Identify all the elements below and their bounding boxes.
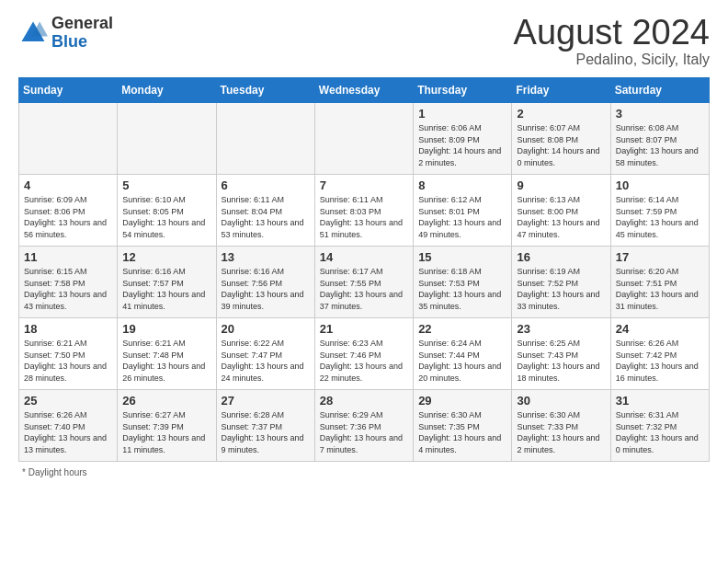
day-info: Sunrise: 6:10 AM Sunset: 8:05 PM Dayligh… bbox=[122, 194, 210, 240]
day-info: Sunrise: 6:23 AM Sunset: 7:46 PM Dayligh… bbox=[320, 338, 408, 384]
day-info: Sunrise: 6:21 AM Sunset: 7:50 PM Dayligh… bbox=[24, 338, 112, 384]
day-info: Sunrise: 6:24 AM Sunset: 7:44 PM Dayligh… bbox=[418, 338, 506, 384]
calendar-cell: 12Sunrise: 6:16 AM Sunset: 7:57 PM Dayli… bbox=[118, 247, 216, 318]
day-number: 25 bbox=[24, 394, 112, 408]
location: Pedalino, Sicily, Italy bbox=[514, 52, 710, 68]
calendar-week-row: 1Sunrise: 6:06 AM Sunset: 8:09 PM Daylig… bbox=[19, 103, 710, 175]
day-number: 30 bbox=[517, 394, 605, 408]
calendar-cell: 15Sunrise: 6:18 AM Sunset: 7:53 PM Dayli… bbox=[414, 247, 512, 318]
day-info: Sunrise: 6:11 AM Sunset: 8:03 PM Dayligh… bbox=[320, 194, 408, 240]
day-number: 4 bbox=[24, 178, 112, 192]
day-info: Sunrise: 6:19 AM Sunset: 7:52 PM Dayligh… bbox=[517, 266, 605, 312]
calendar-cell bbox=[19, 103, 118, 175]
calendar-day-header: Wednesday bbox=[314, 78, 413, 103]
day-info: Sunrise: 6:21 AM Sunset: 7:48 PM Dayligh… bbox=[122, 338, 210, 384]
day-info: Sunrise: 6:06 AM Sunset: 8:09 PM Dayligh… bbox=[418, 122, 506, 168]
calendar-week-row: 11Sunrise: 6:15 AM Sunset: 7:58 PM Dayli… bbox=[19, 247, 710, 318]
calendar-day-header: Sunday bbox=[19, 78, 118, 103]
logo-general: General bbox=[51, 15, 113, 33]
calendar-cell: 28Sunrise: 6:29 AM Sunset: 7:36 PM Dayli… bbox=[314, 390, 413, 462]
day-number: 1 bbox=[418, 107, 506, 121]
day-number: 3 bbox=[616, 107, 704, 121]
footer-note: * Daylight hours bbox=[18, 467, 710, 477]
day-info: Sunrise: 6:14 AM Sunset: 7:59 PM Dayligh… bbox=[616, 194, 704, 240]
calendar-cell bbox=[118, 103, 216, 175]
day-number: 23 bbox=[517, 322, 605, 336]
calendar-cell: 18Sunrise: 6:21 AM Sunset: 7:50 PM Dayli… bbox=[19, 318, 118, 390]
calendar-header: SundayMondayTuesdayWednesdayThursdayFrid… bbox=[19, 78, 710, 103]
day-info: Sunrise: 6:25 AM Sunset: 7:43 PM Dayligh… bbox=[517, 338, 605, 384]
calendar-day-header: Thursday bbox=[414, 78, 512, 103]
calendar-day-header: Tuesday bbox=[216, 78, 314, 103]
day-number: 8 bbox=[418, 178, 506, 192]
calendar-table: SundayMondayTuesdayWednesdayThursdayFrid… bbox=[18, 77, 710, 462]
day-number: 31 bbox=[616, 394, 704, 408]
day-number: 19 bbox=[122, 322, 210, 336]
calendar-cell: 14Sunrise: 6:17 AM Sunset: 7:55 PM Dayli… bbox=[314, 247, 413, 318]
footer-text: Daylight hours bbox=[28, 467, 87, 477]
day-number: 11 bbox=[24, 250, 112, 264]
day-info: Sunrise: 6:15 AM Sunset: 7:58 PM Dayligh… bbox=[24, 266, 112, 312]
day-info: Sunrise: 6:08 AM Sunset: 8:07 PM Dayligh… bbox=[616, 122, 704, 168]
calendar-cell: 30Sunrise: 6:30 AM Sunset: 7:33 PM Dayli… bbox=[512, 390, 610, 462]
calendar-cell: 23Sunrise: 6:25 AM Sunset: 7:43 PM Dayli… bbox=[512, 318, 610, 390]
calendar-cell: 4Sunrise: 6:09 AM Sunset: 8:06 PM Daylig… bbox=[19, 175, 118, 247]
day-number: 27 bbox=[222, 394, 310, 408]
day-number: 7 bbox=[320, 178, 408, 192]
day-info: Sunrise: 6:07 AM Sunset: 8:08 PM Dayligh… bbox=[517, 122, 605, 168]
day-info: Sunrise: 6:29 AM Sunset: 7:36 PM Dayligh… bbox=[320, 409, 408, 455]
calendar-cell: 5Sunrise: 6:10 AM Sunset: 8:05 PM Daylig… bbox=[118, 175, 216, 247]
header: General Blue August 2024 Pedalino, Sicil… bbox=[18, 15, 710, 68]
day-info: Sunrise: 6:27 AM Sunset: 7:39 PM Dayligh… bbox=[122, 409, 210, 455]
calendar-cell: 25Sunrise: 6:26 AM Sunset: 7:40 PM Dayli… bbox=[19, 390, 118, 462]
logo-icon bbox=[18, 18, 48, 48]
day-info: Sunrise: 6:11 AM Sunset: 8:04 PM Dayligh… bbox=[222, 194, 310, 240]
calendar-week-row: 25Sunrise: 6:26 AM Sunset: 7:40 PM Dayli… bbox=[19, 390, 710, 462]
day-number: 6 bbox=[222, 178, 310, 192]
calendar-cell: 20Sunrise: 6:22 AM Sunset: 7:47 PM Dayli… bbox=[216, 318, 314, 390]
calendar-day-header: Saturday bbox=[610, 78, 709, 103]
calendar-day-header: Monday bbox=[118, 78, 216, 103]
calendar-cell: 17Sunrise: 6:20 AM Sunset: 7:51 PM Dayli… bbox=[610, 247, 709, 318]
day-number: 9 bbox=[517, 178, 605, 192]
day-info: Sunrise: 6:20 AM Sunset: 7:51 PM Dayligh… bbox=[616, 266, 704, 312]
calendar-week-row: 4Sunrise: 6:09 AM Sunset: 8:06 PM Daylig… bbox=[19, 175, 710, 247]
day-number: 2 bbox=[517, 107, 605, 121]
day-number: 12 bbox=[122, 250, 210, 264]
day-number: 24 bbox=[616, 322, 704, 336]
day-number: 18 bbox=[24, 322, 112, 336]
day-info: Sunrise: 6:16 AM Sunset: 7:56 PM Dayligh… bbox=[222, 266, 310, 312]
calendar-cell: 2Sunrise: 6:07 AM Sunset: 8:08 PM Daylig… bbox=[512, 103, 610, 175]
calendar-cell: 19Sunrise: 6:21 AM Sunset: 7:48 PM Dayli… bbox=[118, 318, 216, 390]
day-info: Sunrise: 6:12 AM Sunset: 8:01 PM Dayligh… bbox=[418, 194, 506, 240]
calendar-cell: 21Sunrise: 6:23 AM Sunset: 7:46 PM Dayli… bbox=[314, 318, 413, 390]
day-number: 26 bbox=[122, 394, 210, 408]
calendar-cell: 16Sunrise: 6:19 AM Sunset: 7:52 PM Dayli… bbox=[512, 247, 610, 318]
calendar-cell: 11Sunrise: 6:15 AM Sunset: 7:58 PM Dayli… bbox=[19, 247, 118, 318]
day-info: Sunrise: 6:16 AM Sunset: 7:57 PM Dayligh… bbox=[122, 266, 210, 312]
day-number: 16 bbox=[517, 250, 605, 264]
calendar-week-row: 18Sunrise: 6:21 AM Sunset: 7:50 PM Dayli… bbox=[19, 318, 710, 390]
day-number: 10 bbox=[616, 178, 704, 192]
calendar-body: 1Sunrise: 6:06 AM Sunset: 8:09 PM Daylig… bbox=[19, 103, 710, 462]
calendar-cell: 10Sunrise: 6:14 AM Sunset: 7:59 PM Dayli… bbox=[610, 175, 709, 247]
day-info: Sunrise: 6:09 AM Sunset: 8:06 PM Dayligh… bbox=[24, 194, 112, 240]
calendar-cell: 13Sunrise: 6:16 AM Sunset: 7:56 PM Dayli… bbox=[216, 247, 314, 318]
day-info: Sunrise: 6:31 AM Sunset: 7:32 PM Dayligh… bbox=[616, 409, 704, 455]
calendar-cell: 6Sunrise: 6:11 AM Sunset: 8:04 PM Daylig… bbox=[216, 175, 314, 247]
title-block: August 2024 Pedalino, Sicily, Italy bbox=[514, 15, 710, 68]
calendar-cell: 29Sunrise: 6:30 AM Sunset: 7:35 PM Dayli… bbox=[414, 390, 512, 462]
calendar-cell: 27Sunrise: 6:28 AM Sunset: 7:37 PM Dayli… bbox=[216, 390, 314, 462]
day-number: 21 bbox=[320, 322, 408, 336]
calendar-cell: 31Sunrise: 6:31 AM Sunset: 7:32 PM Dayli… bbox=[610, 390, 709, 462]
calendar-cell: 3Sunrise: 6:08 AM Sunset: 8:07 PM Daylig… bbox=[610, 103, 709, 175]
day-number: 17 bbox=[616, 250, 704, 264]
day-number: 15 bbox=[418, 250, 506, 264]
day-info: Sunrise: 6:13 AM Sunset: 8:00 PM Dayligh… bbox=[517, 194, 605, 240]
calendar-cell: 1Sunrise: 6:06 AM Sunset: 8:09 PM Daylig… bbox=[414, 103, 512, 175]
day-info: Sunrise: 6:28 AM Sunset: 7:37 PM Dayligh… bbox=[222, 409, 310, 455]
calendar-cell: 8Sunrise: 6:12 AM Sunset: 8:01 PM Daylig… bbox=[414, 175, 512, 247]
day-number: 14 bbox=[320, 250, 408, 264]
day-info: Sunrise: 6:18 AM Sunset: 7:53 PM Dayligh… bbox=[418, 266, 506, 312]
day-info: Sunrise: 6:26 AM Sunset: 7:40 PM Dayligh… bbox=[24, 409, 112, 455]
